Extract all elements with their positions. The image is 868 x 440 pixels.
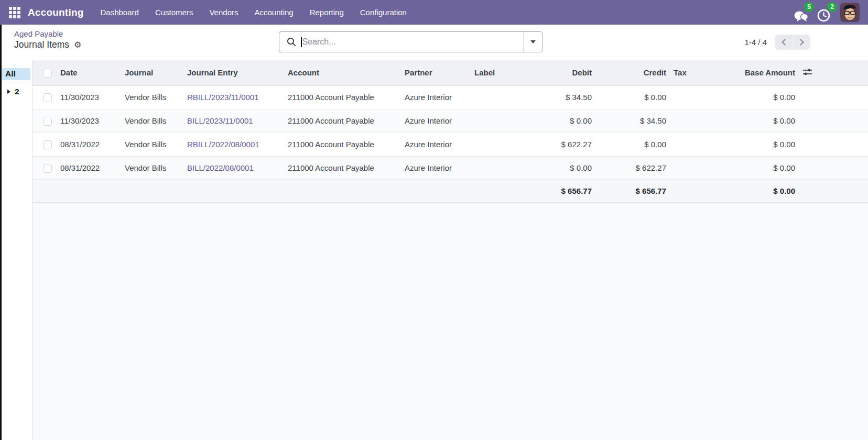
cell-tax	[667, 156, 713, 180]
messages-badge: 5	[804, 2, 814, 12]
sidebar-group-label: 2	[15, 87, 19, 96]
column-header-journal[interactable]: Journal	[125, 60, 187, 85]
cell-base-amount: $ 0.00	[713, 85, 796, 109]
cell-debit: $ 622.27	[527, 133, 592, 156]
nav-item-dashboard[interactable]: Dashboard	[101, 8, 139, 17]
row-checkbox[interactable]	[43, 93, 52, 102]
cell-account: 211000 Account Payable	[288, 109, 405, 133]
table-row[interactable]: 08/31/2022 Vendor Bills RBILL/2022/08/00…	[32, 133, 868, 156]
cell-debit: $ 0.00	[527, 109, 592, 133]
breadcrumb: Aged Payable Journal Items ⚙	[14, 29, 81, 50]
table-row[interactable]: 11/30/2023 Vendor Bills RBILL/2023/11/00…	[32, 85, 868, 109]
column-header-credit[interactable]: Credit	[592, 60, 667, 85]
sidebar-item-all[interactable]: All	[2, 68, 30, 80]
nav-item-accounting[interactable]: Accounting	[254, 8, 293, 17]
row-checkbox[interactable]	[43, 140, 52, 149]
journal-entry-link[interactable]: BILL/2023/11/0001	[187, 116, 253, 125]
sidebar-item-2[interactable]: 2	[0, 87, 32, 96]
cell-journal: Vendor Bills	[125, 156, 187, 180]
navbar-systray: 5 2	[794, 3, 860, 22]
search-dropdown-toggle[interactable]	[523, 32, 542, 52]
cell-credit: $ 0.00	[592, 85, 667, 109]
pager-range: 1-4 / 4	[744, 38, 767, 47]
group-sidebar: All 2	[0, 60, 32, 440]
optional-columns-button[interactable]	[796, 68, 812, 78]
sliders-icon	[803, 68, 812, 76]
pager: 1-4 / 4	[744, 35, 810, 50]
totals-row: $ 656.77 $ 656.77 $ 0.00	[32, 180, 868, 202]
cell-journal: Vendor Bills	[125, 85, 187, 109]
triangle-right-icon	[7, 90, 10, 94]
pager-next-button[interactable]	[793, 35, 810, 50]
cell-tax	[667, 85, 713, 109]
top-navbar: Accounting Dashboard Customers Vendors A…	[0, 0, 868, 25]
row-checkbox[interactable]	[43, 117, 52, 126]
column-header-account[interactable]: Account	[288, 60, 405, 85]
total-debit: $ 656.77	[527, 180, 592, 202]
cell-account: 211000 Account Payable	[288, 133, 405, 156]
chevron-left-icon	[781, 38, 787, 46]
page-title: Journal Items	[14, 39, 69, 50]
activities-button[interactable]: 2	[817, 3, 833, 22]
column-header-debit[interactable]: Debit	[527, 60, 592, 85]
journal-entry-link[interactable]: RBILL/2022/08/0001	[187, 140, 259, 149]
chat-icon	[794, 10, 808, 22]
nav-item-reporting[interactable]: Reporting	[310, 8, 344, 17]
cell-journal: Vendor Bills	[125, 109, 187, 133]
column-header-base-amount[interactable]: Base Amount	[713, 60, 796, 85]
cell-partner: Azure Interior	[405, 85, 474, 109]
cell-base-amount: $ 0.00	[713, 133, 796, 156]
list-view: Date Journal Journal Entry Account Partn…	[32, 60, 868, 440]
journal-items-table: Date Journal Journal Entry Account Partn…	[32, 60, 868, 203]
pager-previous-button[interactable]	[775, 35, 793, 50]
messages-button[interactable]: 5	[794, 3, 810, 22]
table-row[interactable]: 11/30/2023 Vendor Bills BILL/2023/11/000…	[32, 109, 868, 133]
cell-base-amount: $ 0.00	[713, 109, 796, 133]
breadcrumb-aged-payable[interactable]: Aged Payable	[14, 29, 81, 38]
cell-date: 11/30/2023	[60, 109, 125, 133]
apps-menu-button[interactable]	[9, 7, 20, 18]
activities-badge: 2	[827, 2, 837, 12]
cell-label	[474, 109, 527, 133]
search-icon	[287, 37, 296, 47]
gear-icon[interactable]: ⚙	[74, 41, 81, 49]
nav-item-vendors[interactable]: Vendors	[209, 8, 238, 17]
avatar-image	[840, 3, 860, 22]
cell-account: 211000 Account Payable	[288, 85, 405, 109]
apps-grid-icon	[9, 7, 20, 18]
cell-date: 08/31/2022	[60, 133, 125, 156]
select-all-checkbox[interactable]	[43, 69, 52, 78]
search-input[interactable]	[302, 37, 524, 47]
cell-date: 11/30/2023	[60, 85, 125, 109]
cell-debit: $ 34.50	[527, 85, 592, 109]
user-avatar[interactable]	[840, 3, 860, 22]
cell-journal: Vendor Bills	[125, 133, 187, 156]
column-header-date[interactable]: Date	[60, 60, 125, 85]
cell-label	[474, 133, 527, 156]
main-menu: Dashboard Customers Vendors Accounting R…	[101, 8, 407, 17]
cell-partner: Azure Interior	[405, 156, 474, 180]
app-name[interactable]: Accounting	[28, 7, 84, 18]
cell-partner: Azure Interior	[405, 109, 474, 133]
journal-entry-link[interactable]: BILL/2022/08/0001	[187, 163, 254, 172]
journal-entry-link[interactable]: RBILL/2023/11/0001	[187, 93, 259, 102]
cell-credit: $ 34.50	[592, 109, 667, 133]
cell-label	[474, 156, 527, 180]
cell-credit: $ 622.27	[592, 156, 667, 180]
column-header-tax[interactable]: Tax	[667, 60, 713, 85]
column-header-entry[interactable]: Journal Entry	[187, 60, 288, 85]
table-row[interactable]: 08/31/2022 Vendor Bills BILL/2022/08/000…	[32, 156, 868, 180]
column-header-label[interactable]: Label	[474, 60, 527, 85]
cell-debit: $ 0.00	[527, 156, 592, 180]
screen-edge-strip	[0, 25, 2, 440]
table-header-row: Date Journal Journal Entry Account Partn…	[32, 60, 868, 85]
cell-credit: $ 0.00	[592, 133, 667, 156]
column-header-partner[interactable]: Partner	[405, 60, 474, 85]
row-checkbox[interactable]	[43, 164, 52, 173]
nav-item-configuration[interactable]: Configuration	[360, 8, 407, 17]
nav-item-customers[interactable]: Customers	[155, 8, 193, 17]
cell-base-amount: $ 0.00	[713, 156, 796, 180]
total-base-amount: $ 0.00	[713, 180, 796, 202]
cell-tax	[667, 133, 713, 156]
cell-partner: Azure Interior	[405, 133, 474, 156]
